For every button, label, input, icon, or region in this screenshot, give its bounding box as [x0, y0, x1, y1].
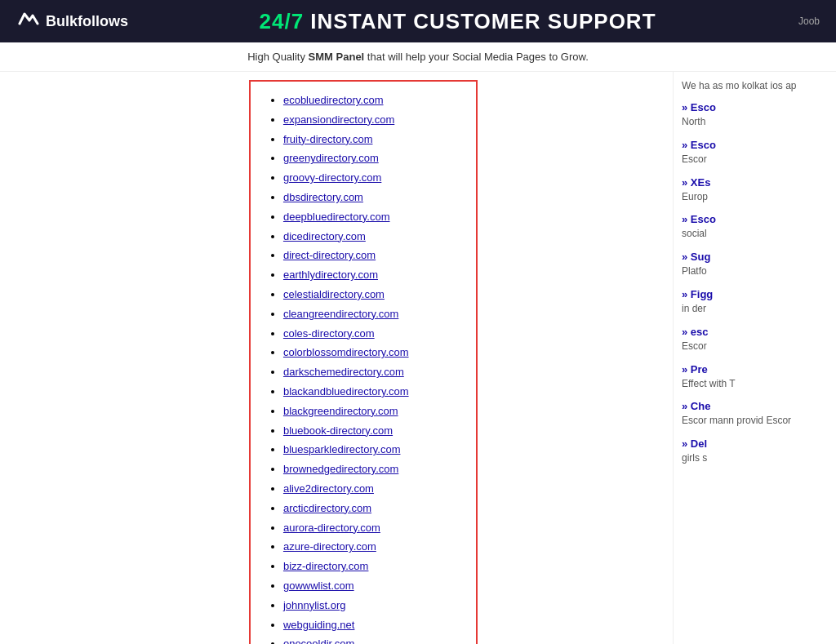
sidebar-heading[interactable]: » Esco — [682, 139, 828, 151]
directory-link[interactable]: dbsdirectory.com — [283, 191, 363, 203]
directory-link[interactable]: earthlydirectory.com — [283, 269, 378, 281]
directory-link[interactable]: blackandbluedirectory.com — [283, 385, 409, 398]
list-item: dbsdirectory.com — [283, 189, 460, 207]
directory-link[interactable]: celestialdirectory.com — [283, 288, 385, 300]
sidebar-section: » Escosocial — [682, 213, 828, 241]
directory-link[interactable]: coles-directory.com — [283, 327, 375, 340]
directory-link[interactable]: bluesparkledirectory.com — [283, 443, 401, 455]
list-item: fruity-directory.com — [283, 131, 460, 149]
list-item: bluebook-directory.com — [283, 423, 460, 440]
header-right: Joob — [787, 16, 820, 27]
sidebar-heading[interactable]: » Sug — [682, 251, 828, 263]
directory-link[interactable]: cleangreendirectory.com — [283, 308, 398, 320]
directory-link[interactable]: direct-directory.com — [283, 249, 376, 261]
sidebar-heading[interactable]: » Che — [682, 400, 828, 412]
sidebar-section: » XEsEurop — [682, 176, 828, 204]
directory-link[interactable]: aurora-directory.com — [283, 522, 380, 534]
list-item: webguiding.net — [283, 617, 460, 634]
directory-link[interactable]: gowwwlist.com — [283, 580, 354, 592]
list-item: groovy-directory.com — [283, 170, 460, 187]
sidebar-section: » EscoNorth — [682, 101, 828, 129]
sidebar-section-text: Platfo — [682, 264, 828, 278]
list-item: azure-directory.com — [283, 539, 460, 556]
support-247: 24/7 — [260, 9, 305, 33]
sidebar-heading[interactable]: » Esco — [682, 101, 828, 113]
sidebar-section-text: Escor mann provid Escor — [682, 414, 828, 428]
sidebar-heading[interactable]: » Figg — [682, 288, 828, 300]
subheader-bold: SMM Panel — [309, 51, 365, 63]
directory-link[interactable]: greenydirectory.com — [283, 152, 379, 164]
subheader: High Quality SMM Panel that will help yo… — [0, 42, 836, 72]
directory-list: ecobluedirectory.comexpansiondirectory.c… — [275, 92, 460, 644]
subheader-text-after: that will help your Social Media Pages t… — [367, 51, 589, 63]
support-label: INSTANT CUSTOMER SUPPORT — [310, 9, 656, 33]
directory-link[interactable]: deepbluedirectory.com — [283, 211, 390, 223]
list-item: aurora-directory.com — [283, 520, 460, 537]
sidebar-section-text: North — [682, 115, 828, 129]
directory-link[interactable]: expansiondirectory.com — [283, 113, 394, 126]
logo[interactable]: Bulkfollows — [16, 7, 128, 35]
sidebar-section-text: Effect with T — [682, 377, 828, 391]
directory-link[interactable]: bizz-directory.com — [283, 560, 369, 572]
list-item: alive2directory.com — [283, 481, 460, 498]
list-item: gowwwlist.com — [283, 578, 460, 595]
list-item: onecooldir.com — [283, 636, 460, 644]
directory-link[interactable]: johnnylist.org — [283, 599, 346, 611]
right-sidebar: We ha as mo kolkat ios ap » EscoNorth» E… — [673, 72, 836, 644]
sidebar-section: » escEscor — [682, 326, 828, 353]
directory-link[interactable]: groovy-directory.com — [283, 171, 381, 184]
sidebar-section: » CheEscor mann provid Escor — [682, 400, 828, 428]
list-item: direct-directory.com — [283, 247, 460, 264]
list-item: brownedgedirectory.com — [283, 461, 460, 478]
list-item: bluesparkledirectory.com — [283, 442, 460, 459]
list-item: colorblossomdirectory.com — [283, 344, 460, 362]
directory-link[interactable]: ecobluedirectory.com — [283, 94, 384, 106]
directory-link[interactable]: darkschemedirectory.com — [283, 366, 404, 378]
directory-link[interactable]: brownedgedirectory.com — [283, 463, 398, 475]
directory-link[interactable]: onecooldir.com — [283, 637, 354, 644]
sidebar-section-text: girls s — [682, 451, 828, 465]
list-item: bizz-directory.com — [283, 558, 460, 575]
directory-link[interactable]: bluebook-directory.com — [283, 424, 393, 437]
logo-icon — [16, 7, 39, 35]
list-item: ecobluedirectory.com — [283, 92, 460, 109]
list-item: arcticdirectory.com — [283, 500, 460, 517]
sidebar-section-text: Escor — [682, 340, 828, 353]
sidebar-heading[interactable]: » Del — [682, 437, 828, 450]
sidebar-heading[interactable]: » Esco — [682, 213, 828, 225]
sidebar-section-text: Europ — [682, 190, 828, 204]
main-layout: Free instant approval directory list eco… — [0, 72, 836, 644]
directory-link[interactable]: colorblossomdirectory.com — [283, 346, 409, 358]
list-item: dicedirectory.com — [283, 229, 460, 246]
list-item: blackandbluedirectory.com — [283, 384, 460, 401]
subheader-text-before: High Quality — [247, 51, 308, 63]
sidebar-section: » SugPlatfo — [682, 251, 828, 278]
directory-link[interactable]: dicedirectory.com — [283, 230, 366, 242]
directory-link[interactable]: blackgreendirectory.com — [283, 405, 398, 417]
directory-link[interactable]: arcticdirectory.com — [283, 502, 371, 514]
list-item: blackgreendirectory.com — [283, 403, 460, 420]
list-item: coles-directory.com — [283, 326, 460, 343]
sidebar-section-text: in der — [682, 302, 828, 316]
sidebar-section: » PreEffect with T — [682, 363, 828, 391]
list-item: greenydirectory.com — [283, 150, 460, 167]
sidebar-heading[interactable]: » XEs — [682, 176, 828, 189]
directory-link[interactable]: alive2directory.com — [283, 482, 374, 495]
list-item: darkschemedirectory.com — [283, 364, 460, 381]
sidebar-heading[interactable]: » esc — [682, 326, 828, 338]
site-header: Bulkfollows 24/7 INSTANT CUSTOMER SUPPOR… — [0, 0, 836, 42]
directory-link[interactable]: webguiding.net — [283, 619, 354, 631]
left-content: Free instant approval directory list eco… — [0, 72, 673, 644]
list-item: celestialdirectory.com — [283, 286, 460, 304]
sidebar-section: » Delgirls s — [682, 437, 828, 465]
directory-link[interactable]: fruity-directory.com — [283, 133, 373, 145]
sidebar-section: » EscoEscor — [682, 139, 828, 167]
sidebar-intro: We ha as mo kolkat ios ap — [682, 78, 828, 93]
sidebar-heading[interactable]: » Pre — [682, 363, 828, 375]
sidebar-sections: » EscoNorth» EscoEscor» XEsEurop» Escoso… — [682, 101, 828, 465]
list-item: cleangreendirectory.com — [283, 306, 460, 323]
sidebar-section-text: social — [682, 227, 828, 241]
sidebar-section: » Figgin der — [682, 288, 828, 316]
directory-link[interactable]: azure-directory.com — [283, 540, 376, 553]
support-banner: 24/7 INSTANT CUSTOMER SUPPORT — [128, 9, 787, 34]
